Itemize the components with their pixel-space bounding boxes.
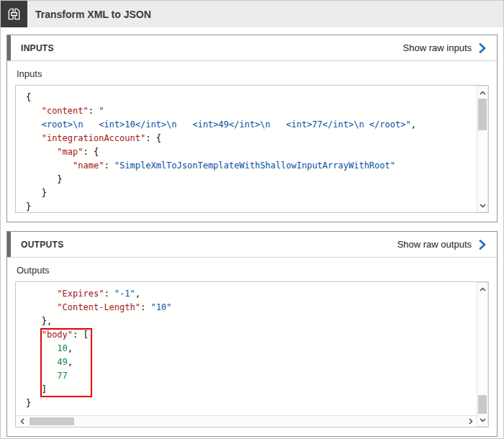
inputs-code-box[interactable]: { "content": " <root>\n <int>10</int>\n … bbox=[15, 85, 489, 213]
action-details-panel: Transform XML to JSON INPUTS Show raw in… bbox=[0, 0, 504, 439]
show-raw-outputs-link[interactable]: Show raw outputs bbox=[397, 239, 487, 250]
show-raw-inputs-label: Show raw inputs bbox=[403, 42, 472, 53]
inputs-section: INPUTS Show raw inputs Inputs { "content… bbox=[6, 35, 498, 222]
outputs-code-content: "Expires": "-1", "Content-Length": "10" … bbox=[16, 282, 477, 415]
outputs-card-body: Outputs "Expires": "-1", "Content-Length… bbox=[7, 258, 497, 436]
code-line: "map": { bbox=[26, 145, 474, 159]
code-line: "Content-Length": "10" bbox=[26, 301, 474, 314]
outputs-horizontal-scrollbar[interactable] bbox=[16, 415, 477, 427]
outputs-scroll-thumb[interactable] bbox=[478, 395, 487, 414]
inputs-code-content: { "content": " <root>\n <int>10</int>\n … bbox=[16, 86, 477, 212]
code-line: { bbox=[26, 91, 474, 104]
outputs-code-label: Outputs bbox=[17, 265, 489, 276]
code-line: <root>\n <int>10</int>\n <int>49</int>\n… bbox=[26, 118, 474, 132]
inputs-vertical-scrollbar[interactable] bbox=[477, 86, 488, 212]
outputs-code-box[interactable]: "Expires": "-1", "Content-Length": "10" … bbox=[15, 281, 489, 427]
code-line: } bbox=[26, 186, 474, 200]
code-line: } bbox=[26, 397, 474, 410]
outputs-section-label: OUTPUTS bbox=[21, 240, 63, 250]
outputs-section-header: OUTPUTS Show raw outputs bbox=[7, 232, 497, 258]
action-title: Transform XML to JSON bbox=[35, 9, 151, 20]
show-raw-inputs-link[interactable]: Show raw inputs bbox=[403, 42, 487, 53]
inputs-code-label: Inputs bbox=[17, 68, 489, 79]
outputs-hscroll-thumb[interactable] bbox=[30, 417, 74, 425]
outputs-section: OUTPUTS Show raw outputs Outputs "Expire… bbox=[6, 231, 498, 437]
code-line: "content": " bbox=[26, 104, 474, 118]
code-line: "name": "SimpleXmlToJsonTemplateWithShal… bbox=[26, 159, 474, 173]
code-line: "Expires": "-1", bbox=[26, 287, 474, 301]
scroll-up-icon[interactable] bbox=[477, 87, 487, 98]
action-titlebar[interactable]: Transform XML to JSON bbox=[1, 1, 503, 27]
scroll-down-icon[interactable] bbox=[477, 200, 487, 211]
outputs-vertical-scrollbar[interactable] bbox=[477, 282, 488, 427]
code-line: 49, bbox=[26, 356, 474, 369]
scroll-down-icon[interactable] bbox=[477, 415, 487, 425]
code-line: } bbox=[26, 173, 474, 186]
code-line: 77 bbox=[26, 369, 474, 383]
chevron-right-icon bbox=[478, 43, 487, 53]
inputs-section-label: INPUTS bbox=[21, 43, 54, 53]
code-line: "integrationAccount": { bbox=[26, 132, 474, 145]
inputs-section-header: INPUTS Show raw inputs bbox=[7, 35, 497, 61]
transform-xml-icon bbox=[1, 1, 27, 27]
inputs-scroll-thumb[interactable] bbox=[478, 99, 487, 130]
show-raw-outputs-label: Show raw outputs bbox=[397, 239, 472, 250]
scroll-right-icon[interactable] bbox=[465, 416, 476, 426]
code-line: "body": [ bbox=[26, 328, 474, 342]
scroll-left-icon[interactable] bbox=[17, 416, 27, 426]
code-line: 10, bbox=[26, 342, 474, 356]
code-line: } bbox=[26, 200, 474, 212]
chevron-right-icon bbox=[478, 240, 487, 250]
scroll-up-icon[interactable] bbox=[477, 284, 487, 294]
inputs-card-body: Inputs { "content": " <root>\n <int>10</… bbox=[7, 61, 497, 222]
code-line: ] bbox=[26, 383, 474, 397]
code-line: }, bbox=[26, 314, 474, 328]
